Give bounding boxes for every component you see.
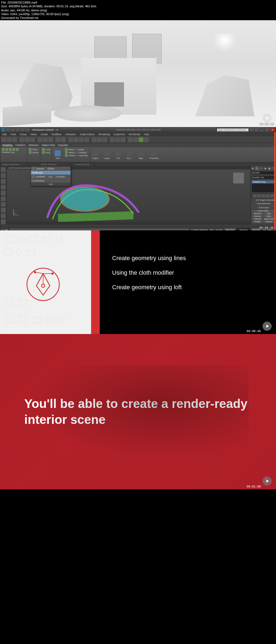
viewcube-icon[interactable] [233, 173, 244, 183]
menu-constraints[interactable]: Constraints: [31, 179, 71, 183]
tool-angle-icon[interactable] [74, 137, 78, 142]
tool-curve-icon[interactable] [115, 137, 120, 142]
stack-editable-poly[interactable]: Editable Poly [252, 180, 275, 183]
menu-maxscript[interactable]: MAXScript [129, 133, 140, 136]
menu-animation[interactable]: Animation [65, 133, 76, 136]
qat-open-icon[interactable] [11, 128, 15, 131]
ribbon-tab-modeling[interactable]: Modeling [2, 144, 12, 147]
element-icon[interactable] [16, 148, 19, 151]
menu-modifiers[interactable]: Modifiers [51, 133, 61, 136]
tool-select-icon[interactable] [1, 137, 6, 142]
menu-rendering[interactable]: Rendering [99, 133, 110, 136]
modifier-list-dropdown[interactable]: Modifier List [251, 176, 275, 179]
tool-center-icon[interactable] [61, 137, 66, 142]
tool-align-icon[interactable] [102, 137, 107, 142]
create-tab-icon[interactable]: ✚ [251, 166, 255, 171]
tool-rect-icon[interactable] [25, 137, 30, 142]
menu-nurms[interactable]: NURMS Cut Connect [31, 175, 71, 179]
menu-grapheditors[interactable]: Graph Editors [80, 133, 95, 136]
lt-icon[interactable] [1, 190, 6, 195]
lt-icon[interactable] [1, 167, 6, 172]
connect-button[interactable]: Connect [263, 220, 274, 223]
hierarchy-tab-icon[interactable]: ⬡ [259, 166, 263, 171]
lt-icon[interactable] [1, 196, 6, 201]
tool-renderframe-icon[interactable] [139, 137, 143, 142]
workspace-selector[interactable]: Workspace: Default ▾ [30, 128, 60, 132]
menu-create[interactable]: Create [40, 133, 48, 136]
tool-spinner-icon[interactable] [84, 137, 89, 142]
tool-percent-icon[interactable] [79, 137, 84, 142]
ribbon-title-modsel[interactable]: Modify Selection [27, 162, 70, 166]
chamfer-button[interactable]: Chamfer [252, 218, 263, 220]
attach-button[interactable]: Attach • Collapse [65, 151, 88, 154]
grow-button[interactable]: Grow [29, 148, 39, 151]
lt-icon[interactable] [1, 208, 6, 212]
search-input[interactable] [216, 128, 249, 132]
border-icon[interactable] [9, 148, 12, 151]
minimize-button[interactable]: _ [260, 128, 264, 132]
tool-render-icon[interactable] [133, 137, 138, 142]
modify-tab-icon[interactable]: 🔧 [255, 166, 259, 171]
menu-customize[interactable]: Customize [113, 133, 125, 136]
menu-group[interactable]: Group [20, 133, 27, 136]
tool-refcoord-icon[interactable] [56, 137, 60, 142]
detach-button[interactable]: Detach • Cap Poly [65, 154, 88, 157]
loop-button[interactable]: Loop [42, 148, 50, 151]
edit-big-button[interactable]: Edit [52, 147, 63, 162]
weld-button[interactable]: Weld [263, 215, 274, 217]
tool-named-icon[interactable] [92, 137, 96, 142]
tool-selectobj-icon[interactable] [19, 137, 24, 142]
lt-icon[interactable] [1, 219, 6, 224]
tool-layers-icon[interactable] [110, 137, 115, 142]
relax-button[interactable]: Relax • Create [65, 148, 88, 151]
lt-icon[interactable] [1, 185, 6, 189]
display-tab-icon[interactable]: ▦ [267, 166, 272, 171]
vertex-icon[interactable] [2, 148, 5, 151]
properties-button[interactable]: Properties [146, 147, 161, 162]
config-icon[interactable] [270, 194, 274, 197]
ribbon-title-poly[interactable]: Polygon Modeling [0, 162, 27, 166]
tool-rotate-icon[interactable] [43, 137, 48, 142]
tool-unlink-icon[interactable] [12, 137, 17, 142]
star-icon[interactable] [255, 128, 258, 131]
split-button[interactable]: Split [263, 212, 274, 215]
tool-link-icon[interactable] [7, 137, 12, 142]
tool-move-icon[interactable] [37, 137, 42, 142]
tool-mirror-icon[interactable] [97, 137, 102, 142]
tool-renderprod-icon[interactable] [144, 137, 149, 142]
extrude-button[interactable]: Extrude [252, 215, 263, 217]
tool-material-icon[interactable] [128, 137, 133, 142]
shrink-button[interactable]: Shrink [29, 151, 39, 154]
menu-edit[interactable]: Edit [2, 133, 7, 136]
qat-redo-icon[interactable] [26, 128, 29, 131]
tool-scale-icon[interactable] [48, 137, 53, 142]
poly-icon[interactable] [12, 148, 15, 151]
ribbon-tab-selection[interactable]: Selection [29, 144, 39, 146]
ribbon-tab-populate[interactable]: Populate [58, 144, 68, 146]
tool-snap-icon[interactable] [68, 137, 73, 142]
menu-views[interactable]: Views [30, 133, 37, 136]
close-button[interactable]: × [270, 128, 275, 132]
object-name-field[interactable]: Box006 [251, 171, 275, 175]
loops-button[interactable]: Loops [101, 147, 112, 162]
qat-undo-icon[interactable] [21, 128, 25, 131]
tool-window-icon[interactable] [30, 137, 35, 142]
qat-save-icon[interactable] [16, 128, 20, 131]
remove-mod-icon[interactable] [266, 194, 270, 197]
align-button[interactable]: Align [135, 147, 146, 162]
edge-icon[interactable] [5, 148, 8, 151]
ribbon-tab-freeform[interactable]: Freeform [16, 144, 26, 146]
tool-schematic-icon[interactable] [120, 137, 125, 142]
lt-icon[interactable] [1, 214, 6, 218]
show-result-icon[interactable] [257, 194, 261, 197]
lt-icon[interactable] [1, 179, 6, 183]
unique-icon[interactable] [261, 194, 265, 197]
menu-repeat[interactable]: Repeat QSlice [31, 166, 71, 171]
play-icon[interactable] [263, 476, 272, 486]
app-icon[interactable] [1, 128, 5, 132]
remove-button[interactable]: Remove [252, 212, 263, 215]
play-icon[interactable] [263, 114, 272, 123]
viewport-scrollbar[interactable] [7, 222, 250, 225]
modifier-stack[interactable]: Editable Poly [251, 180, 275, 193]
lt-icon[interactable] [1, 173, 6, 178]
